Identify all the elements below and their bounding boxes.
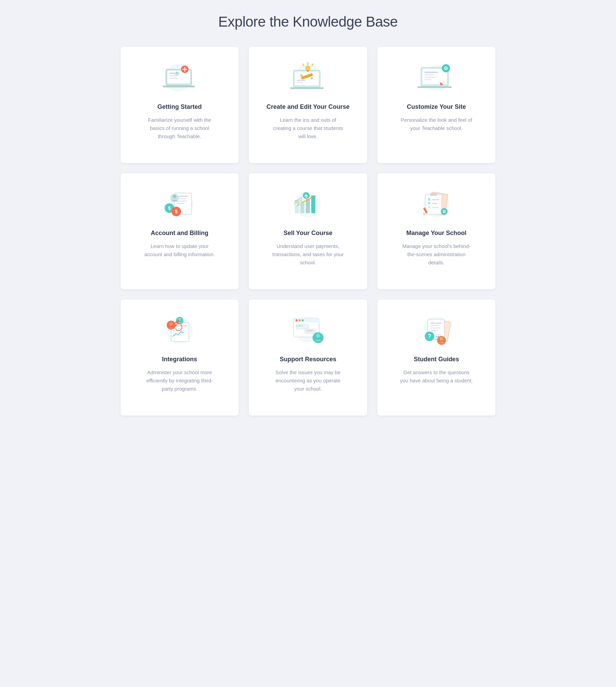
svg-point-87	[178, 318, 181, 321]
card-support-resources[interactable]: Support Resources Solve the issues you m…	[249, 299, 367, 415]
svg-point-95	[302, 319, 304, 321]
account-billing-title: Account and Billing	[151, 230, 208, 237]
svg-rect-4	[169, 75, 177, 76]
svg-rect-110	[430, 330, 438, 331]
svg-rect-71	[432, 199, 439, 200]
svg-point-103	[316, 334, 320, 338]
card-integrations[interactable]: Integrations Administer your school more…	[121, 299, 239, 415]
svg-rect-47	[176, 201, 187, 202]
course-icon	[287, 61, 328, 95]
manage-icon	[416, 187, 457, 221]
knowledge-base-grid: Getting Started Familiarize yourself wit…	[121, 47, 496, 415]
svg-rect-60	[295, 200, 298, 203]
card-manage-school[interactable]: Manage Your School Manage your school's …	[377, 173, 496, 289]
svg-rect-38	[442, 68, 443, 69]
svg-rect-25	[290, 87, 324, 89]
page-header: Explore the Knowledge Base	[20, 0, 596, 47]
svg-point-93	[296, 319, 298, 321]
svg-rect-31	[424, 77, 436, 78]
manage-school-description: Manage your school's behind-the-scenes a…	[399, 242, 474, 267]
integrations-icon	[159, 313, 200, 347]
svg-rect-5	[169, 78, 178, 79]
svg-rect-108	[430, 325, 439, 326]
support-icon	[287, 313, 328, 347]
svg-rect-107	[430, 323, 442, 324]
student-icon: ?	[416, 313, 457, 347]
billing-icon: $ $	[159, 187, 200, 221]
student-guides-title: Student Guides	[414, 356, 459, 363]
svg-point-118	[440, 337, 443, 340]
customize-site-description: Personalize the look and feel of your Te…	[399, 116, 474, 132]
svg-rect-67	[430, 193, 437, 196]
svg-rect-30	[424, 74, 434, 75]
svg-rect-109	[430, 327, 440, 328]
svg-rect-21	[297, 80, 305, 81]
account-billing-description: Learn how to update your account and bil…	[142, 242, 217, 259]
svg-rect-98	[296, 325, 303, 326]
getting-started-title: Getting Started	[157, 103, 202, 111]
svg-text:?: ?	[428, 333, 431, 339]
svg-rect-36	[445, 64, 447, 65]
svg-rect-2	[167, 71, 190, 84]
svg-rect-48	[176, 203, 184, 204]
card-getting-started[interactable]: Getting Started Familiarize yourself wit…	[121, 47, 239, 163]
svg-rect-56	[295, 206, 299, 213]
sell-course-title: Sell Your Course	[284, 230, 332, 237]
card-create-course[interactable]: Create and Edit Your Course Learn the in…	[249, 47, 367, 163]
svg-rect-39	[449, 68, 450, 69]
card-student-guides[interactable]: ? Student Guides Get answers to the ques…	[377, 299, 496, 415]
svg-rect-22	[297, 82, 303, 83]
svg-rect-11	[163, 86, 195, 87]
svg-point-94	[299, 319, 301, 321]
student-guides-description: Get answers to the questions you have ab…	[399, 368, 474, 385]
svg-rect-24	[307, 70, 309, 72]
page-title: Explore the Knowledge Base	[20, 14, 596, 30]
customize-site-title: Customize Your Site	[407, 103, 466, 111]
manage-school-title: Manage Your School	[406, 230, 466, 237]
svg-rect-101	[306, 330, 314, 331]
support-resources-description: Solve the issues you may be encountering…	[270, 368, 345, 393]
svg-rect-17	[295, 72, 319, 85]
svg-point-35	[445, 68, 447, 69]
svg-rect-29	[424, 72, 438, 73]
getting-started-icon	[159, 61, 200, 95]
svg-rect-73	[432, 207, 439, 208]
card-account-billing[interactable]: $ $ Account and Billing Learn how to upd…	[121, 173, 239, 289]
svg-text:$: $	[175, 209, 178, 214]
svg-text:$: $	[168, 205, 171, 211]
getting-started-description: Familiarize yourself with the basics of …	[142, 116, 217, 141]
svg-rect-58	[306, 199, 310, 213]
customize-icon	[416, 61, 457, 95]
svg-point-114	[436, 336, 437, 337]
sell-icon	[287, 187, 328, 221]
integrations-title: Integrations	[162, 356, 197, 363]
svg-rect-32	[424, 79, 431, 80]
support-resources-title: Support Resources	[280, 356, 336, 363]
svg-rect-72	[432, 203, 437, 204]
sell-course-description: Understand user payments, transactions, …	[270, 242, 345, 267]
svg-rect-59	[311, 195, 315, 213]
svg-point-23	[305, 65, 311, 71]
card-customize-site[interactable]: Customize Your Site Personalize the look…	[377, 47, 496, 163]
integrations-description: Administer your school more efficiently …	[142, 368, 217, 393]
svg-rect-70	[428, 206, 430, 208]
svg-point-50	[173, 195, 176, 198]
svg-point-85	[169, 322, 173, 325]
create-course-title: Create and Edit Your Course	[267, 103, 349, 111]
svg-rect-66	[425, 194, 442, 214]
svg-point-7	[176, 72, 178, 74]
svg-rect-42	[418, 86, 452, 88]
create-course-description: Learn the ins and outs of creating a cou…	[270, 116, 345, 141]
svg-point-78	[444, 211, 445, 212]
card-sell-course[interactable]: Sell Your Course Understand user payment…	[249, 173, 367, 289]
svg-marker-75	[423, 213, 425, 215]
svg-rect-37	[445, 71, 447, 72]
